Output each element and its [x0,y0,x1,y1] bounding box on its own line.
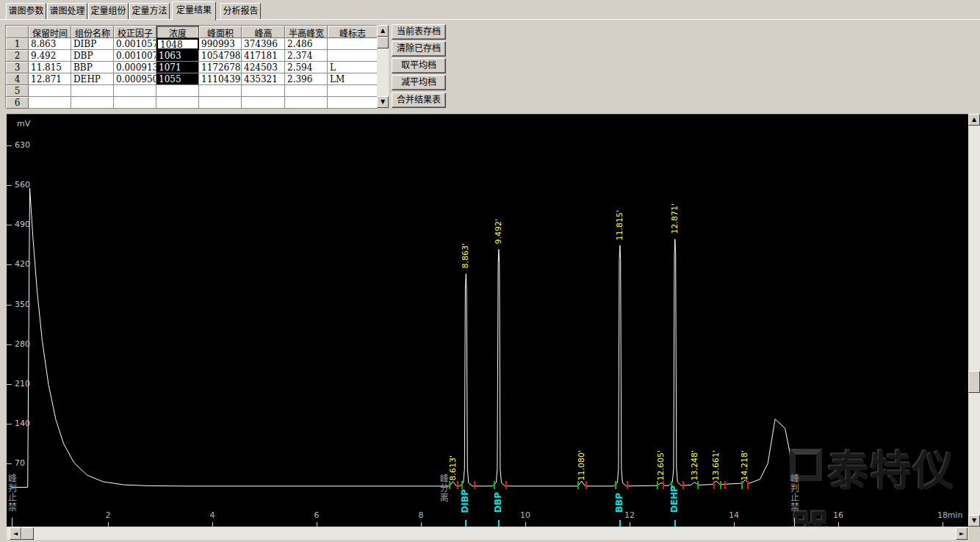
table-cell[interactable]: 1172678 [199,62,242,73]
table-cell[interactable] [242,97,285,109]
table-cell[interactable] [328,97,378,109]
table-cell[interactable] [328,85,378,97]
column-header-7[interactable]: 半高峰宽 [285,26,328,38]
plot-vscrollbar[interactable]: ▲ ▼ [968,114,980,527]
table-cell[interactable]: 435321 [242,73,285,85]
tab-analysis-report[interactable]: 分析报告 [220,3,261,19]
table-cell[interactable] [285,97,328,109]
table-cell[interactable]: 1055 [156,73,199,85]
table-cell[interactable]: 0.00095049 [114,73,156,85]
subtract-average-button[interactable]: 减平均档 [392,75,446,90]
row-header[interactable]: 4 [6,73,29,85]
plot-vscrollbar-thumb[interactable] [968,371,980,393]
plot-hscrollbar[interactable]: ◄ ► [7,527,968,540]
table-cell[interactable] [156,97,199,109]
plot-scroll-left-icon[interactable]: ◄ [10,527,21,540]
column-header-6[interactable]: 峰高 [242,26,285,38]
table-scroll-up-icon[interactable]: ▲ [377,25,389,37]
table-cell[interactable]: BBP [71,62,114,73]
column-header-1[interactable]: 保留时间 [29,26,71,38]
plot-vscrollbar-track[interactable] [968,114,980,527]
table-cell[interactable]: 9.492 [29,50,71,62]
x-axis-tick [734,522,735,527]
table-cell[interactable]: DIBP [71,38,114,50]
table-cell[interactable]: LM [328,73,378,85]
column-header-5[interactable]: 峰面积 [199,26,242,38]
table-cell[interactable]: 424503 [242,62,285,73]
table-cell[interactable]: 990993 [199,38,242,50]
table-cell[interactable]: 374396 [242,38,285,50]
peak-start-marker [461,481,463,489]
merge-results-button[interactable]: 合并结果表 [392,93,446,108]
plot-scroll-down-icon[interactable]: ▼ [968,515,980,527]
table-cell[interactable]: 0.00091338 [114,62,156,73]
table-cell[interactable]: 1063 [156,50,199,62]
peak-end-marker [586,481,587,489]
clear-saved-button[interactable]: 清除已存档 [392,41,446,57]
peak-start-marker [657,481,658,489]
y-axis-unit-label: mV [17,119,30,129]
table-corner-cell[interactable] [6,26,29,38]
table-cell[interactable] [29,97,71,109]
table-scrollbar-thumb[interactable] [377,37,389,48]
column-header-3[interactable]: 校正因子 [114,26,156,38]
table-cell[interactable]: 1054798 [199,50,242,62]
plot-scroll-up-icon[interactable]: ▲ [968,114,980,126]
table-cell[interactable]: 2.486 [285,38,328,50]
table-cell[interactable] [328,50,378,62]
row-header[interactable]: 2 [6,50,29,62]
column-header-4[interactable]: 浓度 [156,26,199,38]
tab-spectrum-processing[interactable]: 谱图处理 [47,3,87,19]
table-cell[interactable]: 11.815 [29,62,71,73]
table-cell[interactable] [71,85,114,97]
tab-quant-results[interactable]: 定量结果 [172,1,216,21]
table-cell[interactable]: 1110439 [199,73,242,85]
table-cell[interactable]: DBP [71,50,114,62]
row-header[interactable]: 3 [6,62,29,73]
chromatogram-plot[interactable]: 泰特仪器 mV630560490420350280210140702468101… [7,114,968,527]
table-cell[interactable]: 2.594 [285,62,328,73]
plot-hscrollbar-track[interactable] [7,527,968,540]
table-cell[interactable] [285,85,328,97]
y-axis-tick [7,305,12,306]
y-axis-tick [7,185,12,186]
table-cell[interactable] [71,97,114,109]
table-cell[interactable]: 2.396 [285,73,328,85]
plot-scroll-right-icon[interactable]: ► [956,527,968,540]
column-header-2[interactable]: 组份名称 [71,26,114,38]
table-cell[interactable]: 1071 [156,62,199,73]
save-current-table-button[interactable]: 当前表存档 [392,24,446,40]
table-cell[interactable] [328,38,378,50]
table-cell[interactable]: 2.374 [285,50,328,62]
row-header[interactable]: 1 [6,38,29,50]
table-cell[interactable] [114,85,156,97]
table-cell[interactable] [29,85,71,97]
peak-start-marker [494,481,495,489]
row-header[interactable]: 5 [6,85,29,97]
tab-quant-method[interactable]: 定量方法 [129,3,170,19]
column-header-8[interactable]: 峰标志 [328,26,378,38]
table-cell[interactable]: 0.00105719 [114,38,156,50]
results-table[interactable]: 保留时间组份名称校正因子浓度峰面积峰高半高峰宽峰标志18.863DIBP0.00… [5,25,377,108]
tab-spectrum-params[interactable]: 谱图参数 [6,3,46,19]
plot-hscrollbar-thumb[interactable] [21,527,34,540]
table-scrollbar[interactable]: ▲ ▼ [377,25,389,108]
table-cell[interactable]: DEHP [71,73,114,85]
table-cell[interactable] [199,97,242,109]
table-cell[interactable]: 1048 [156,38,199,50]
component-name-label: DIBP [460,489,470,513]
table-cell[interactable]: 417181 [242,50,285,62]
table-cell[interactable] [242,85,285,97]
table-cell[interactable] [156,85,199,97]
tab-quant-components[interactable]: 定量组份 [88,3,129,19]
table-cell[interactable] [114,97,156,109]
table-cell[interactable]: 12.871 [29,73,71,85]
table-cell[interactable]: 8.863 [29,38,71,50]
row-header[interactable]: 6 [6,97,29,109]
table-cell[interactable] [199,85,242,97]
table-cell[interactable]: 0.00100734 [114,50,156,62]
no-peak-zone-marker: 峰 判 止 禁 [7,474,18,513]
table-cell[interactable]: L [328,62,378,73]
table-scroll-down-icon[interactable]: ▼ [377,96,389,108]
take-average-button[interactable]: 取平均档 [392,58,446,73]
